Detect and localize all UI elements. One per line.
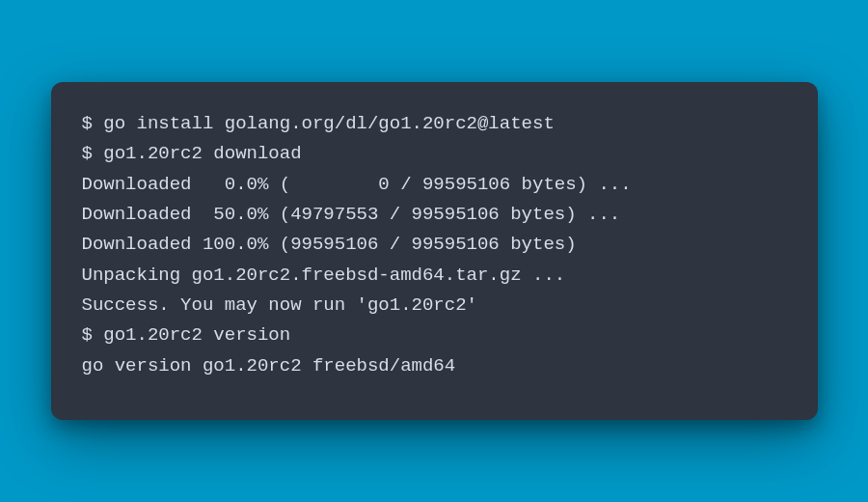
- terminal-line: Downloaded 50.0% (49797553 / 99595106 by…: [82, 200, 787, 230]
- terminal-line: Downloaded 0.0% ( 0 / 99595106 bytes) ..…: [82, 170, 787, 200]
- terminal-line: $ go1.20rc2 version: [82, 321, 787, 350]
- terminal-line: Unpacking go1.20rc2.freebsd-amd64.tar.gz…: [82, 261, 787, 291]
- terminal-line: go version go1.20rc2 freebsd/amd64: [82, 351, 787, 381]
- terminal-line: $ go install golang.org/dl/go1.20rc2@lat…: [82, 109, 787, 139]
- terminal-window[interactable]: $ go install golang.org/dl/go1.20rc2@lat…: [51, 82, 818, 420]
- terminal-line: Success. You may now run 'go1.20rc2': [82, 291, 787, 321]
- terminal-line: Downloaded 100.0% (99595106 / 99595106 b…: [82, 230, 787, 260]
- terminal-line: $ go1.20rc2 download: [82, 139, 787, 169]
